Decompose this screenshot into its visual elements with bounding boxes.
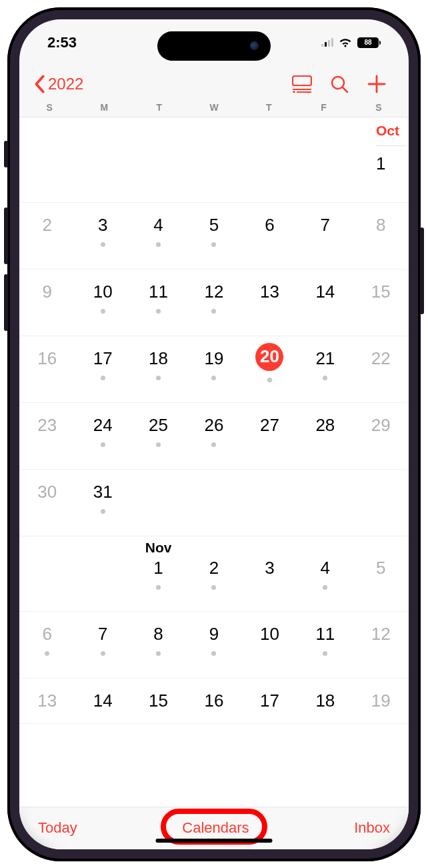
calendar-day[interactable]: 19 (186, 338, 241, 402)
weekday-header: SMTWTFS (19, 102, 409, 117)
home-indicator[interactable] (156, 839, 273, 843)
calendar-day-number: 18 (315, 691, 335, 711)
calendar-day[interactable]: 17 (242, 680, 297, 723)
calendar-day[interactable]: 16 (186, 680, 241, 723)
phone-frame: 2:53 88 2022 (7, 7, 421, 861)
nav-bar: 2022 (19, 66, 409, 102)
calendar-week: 3031 (19, 470, 409, 536)
inbox-button[interactable]: Inbox (354, 819, 390, 837)
calendar-day[interactable]: 31 (75, 471, 130, 536)
calendar-day (297, 471, 353, 536)
calendar-day[interactable]: 5 (186, 204, 241, 269)
calendar-day[interactable]: 6 (19, 613, 75, 678)
calendar-day-number: 27 (260, 415, 279, 436)
calendar-day (353, 471, 409, 536)
calendar-day[interactable]: 2 (186, 538, 241, 611)
calendar-day[interactable]: 24 (75, 404, 130, 469)
calendar-day (186, 471, 241, 536)
calendar-day-number: 19 (371, 691, 391, 711)
calendar-day[interactable]: 7 (297, 204, 353, 269)
calendar-day[interactable]: 23 (19, 404, 75, 469)
calendar-week: Nov12345 (19, 536, 409, 612)
calendar-day[interactable]: 15 (131, 680, 186, 723)
calendar-day[interactable]: 10 (242, 613, 297, 678)
calendar-day[interactable]: 2 (19, 204, 75, 269)
calendar-day[interactable]: 11 (131, 271, 186, 336)
weekday-label: S (351, 102, 406, 113)
calendar-day[interactable]: 12 (186, 271, 241, 336)
calendar-day-number: 6 (265, 215, 274, 236)
calendar-day[interactable]: 16 (19, 338, 75, 402)
calendar-day-number: 15 (149, 691, 168, 711)
calendar-day[interactable]: 29 (353, 404, 409, 469)
calendar-day[interactable]: 17 (75, 338, 130, 402)
calendar-day[interactable]: 12 (353, 613, 409, 678)
event-dot-icon (101, 376, 105, 380)
event-dot-icon (323, 585, 327, 590)
calendar-day[interactable]: 5 (353, 538, 409, 611)
calendar-day[interactable]: 22 (353, 338, 409, 402)
calendar-day[interactable]: 10 (75, 271, 130, 336)
calendar-day[interactable]: 7 (75, 613, 130, 678)
search-button[interactable] (322, 75, 357, 93)
calendar-day[interactable]: 6 (242, 204, 297, 269)
calendar-day[interactable]: 15 (353, 271, 409, 336)
toolbar: Today Calendars Inbox (19, 807, 409, 849)
calendar-day[interactable]: 9 (19, 271, 75, 336)
calendar-day[interactable]: 3 (242, 538, 297, 611)
calendar-day[interactable]: 21 (297, 338, 353, 402)
calendar-day[interactable]: 8 (353, 204, 409, 269)
calendar-day[interactable]: 27 (242, 404, 297, 469)
calendar-day[interactable]: 19 (353, 680, 409, 723)
calendar-day[interactable]: 28 (297, 404, 353, 469)
calendar-day-number: 6 (42, 624, 51, 644)
calendar-day[interactable]: 11 (297, 613, 353, 678)
weekday-label: W (187, 102, 241, 113)
power-button (420, 228, 424, 314)
calendar-day (131, 119, 186, 202)
calendar-day-number: 25 (149, 415, 168, 436)
calendar-day[interactable]: Nov1 (131, 538, 186, 611)
calendar-day-number: 5 (209, 215, 219, 236)
calendar-day[interactable]: 18 (131, 338, 186, 402)
event-dot-icon (211, 585, 216, 590)
calendar-day-number: 8 (153, 624, 163, 644)
svg-rect-0 (293, 76, 311, 85)
calendar-day-number: 12 (205, 282, 224, 302)
weekday-label: S (22, 102, 77, 113)
calendar-day[interactable]: 4 (297, 538, 353, 611)
calendar-day[interactable]: 30 (19, 471, 75, 536)
calendar-day[interactable]: 20 (242, 338, 297, 402)
calendar-day-number: 11 (315, 624, 335, 644)
calendar-day[interactable]: 18 (297, 680, 353, 723)
volume-down-button (4, 274, 8, 331)
event-dot-icon (267, 378, 272, 382)
calendar-day[interactable]: Oct1 (353, 119, 409, 202)
calendar-day[interactable]: 8 (131, 613, 186, 678)
today-button[interactable]: Today (38, 819, 77, 837)
list-view-button[interactable] (285, 75, 319, 93)
calendar-day[interactable]: 14 (75, 680, 130, 723)
calendar-day-number: 1 (153, 558, 163, 578)
calendar-day (297, 119, 353, 202)
calendar-day[interactable]: 14 (297, 271, 353, 336)
calendar-day-today: 20 (255, 343, 283, 371)
add-button[interactable] (359, 75, 394, 93)
calendar-day[interactable]: 4 (131, 204, 186, 269)
event-dot-icon (211, 442, 216, 447)
calendar-day-number: 8 (376, 215, 385, 236)
calendar-day[interactable]: 9 (186, 613, 241, 678)
calendar-day[interactable]: 13 (19, 680, 75, 723)
calendar-day[interactable]: 26 (186, 404, 241, 469)
calendar-grid[interactable]: Oct1234567891011121314151617181920212223… (19, 117, 409, 807)
calendar-day-number: 16 (37, 348, 57, 369)
calendar-day[interactable]: 25 (131, 404, 186, 469)
calendar-week: 16171819202122 (19, 336, 409, 403)
svg-point-2 (293, 91, 295, 92)
back-label: 2022 (48, 75, 83, 93)
calendar-day[interactable]: 13 (242, 271, 297, 336)
battery-percent: 88 (364, 39, 371, 46)
calendar-day-number: 17 (260, 691, 279, 711)
back-button[interactable]: 2022 (34, 75, 83, 93)
calendar-day[interactable]: 3 (75, 204, 130, 269)
